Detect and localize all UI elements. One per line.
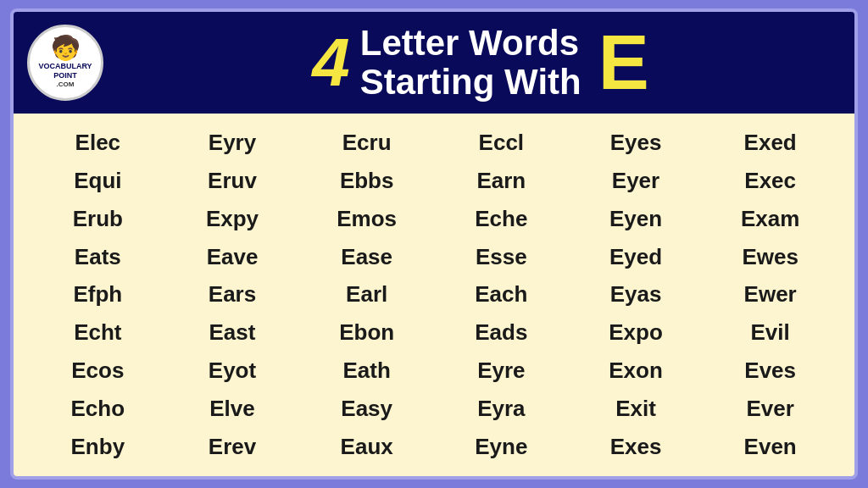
word-cell: Evil bbox=[703, 316, 837, 349]
word-cell: Erub bbox=[31, 202, 165, 236]
word-cell: Earn bbox=[434, 164, 569, 197]
word-cell: Ease bbox=[299, 241, 434, 274]
word-cell: Ewer bbox=[703, 278, 837, 311]
word-cell: Exes bbox=[569, 430, 704, 463]
word-cell: Eyas bbox=[569, 278, 704, 311]
word-cell: Each bbox=[434, 278, 569, 311]
word-cell: Easy bbox=[299, 392, 434, 425]
word-cell: Eyre bbox=[434, 354, 569, 387]
word-cell: Echo bbox=[31, 392, 165, 425]
word-cell: Exam bbox=[703, 202, 837, 236]
word-cell: Ebbs bbox=[299, 164, 434, 197]
word-cell: Ewes bbox=[703, 241, 837, 274]
word-cell: Eves bbox=[703, 354, 837, 387]
title-line2: Starting With bbox=[360, 63, 581, 102]
word-cell: Eyry bbox=[165, 126, 300, 159]
word-row: EnbyErevEauxEyneExesEven bbox=[31, 430, 837, 463]
word-cell: Eyed bbox=[569, 241, 704, 274]
word-cell: Eave bbox=[165, 241, 300, 274]
word-cell: Ever bbox=[703, 392, 837, 425]
word-cell: Eyne bbox=[434, 430, 569, 463]
word-cell: Eats bbox=[31, 241, 165, 274]
header-title: 4 Letter Words Starting With E bbox=[120, 24, 841, 102]
word-row: ErubExpyEmosEcheEyenExam bbox=[31, 202, 837, 236]
word-cell: Eyer bbox=[569, 164, 704, 197]
word-cell: Enby bbox=[31, 430, 165, 463]
word-row: ElecEyryEcruEcclEyesExed bbox=[31, 126, 837, 159]
word-cell: Efph bbox=[31, 278, 165, 311]
word-grid: ElecEyryEcruEcclEyesExedEquiEruvEbbsEarn… bbox=[14, 114, 854, 476]
word-cell: Elec bbox=[31, 126, 165, 159]
word-cell: East bbox=[165, 316, 300, 349]
word-cell: Expy bbox=[165, 202, 300, 236]
word-cell: Eyen bbox=[569, 202, 704, 236]
word-cell: Ears bbox=[165, 278, 300, 311]
word-cell: Even bbox=[703, 430, 837, 463]
word-row: EcosEyotEathEyreExonEves bbox=[31, 354, 837, 387]
word-cell: Eyot bbox=[165, 354, 300, 387]
number-four: 4 bbox=[312, 29, 350, 97]
word-cell: Eruv bbox=[165, 164, 300, 197]
word-row: EfphEarsEarlEachEyasEwer bbox=[31, 278, 837, 311]
header: 🧒 VOCABULARY POINT .COM 4 Letter Words S… bbox=[14, 12, 854, 114]
word-cell: Eaux bbox=[299, 430, 434, 463]
title-line1: Letter Words bbox=[360, 24, 581, 63]
word-cell: Ecru bbox=[299, 126, 434, 159]
word-cell: Eads bbox=[434, 316, 569, 349]
word-cell: Exon bbox=[569, 354, 704, 387]
word-cell: Ecos bbox=[31, 354, 165, 387]
word-row: EquiEruvEbbsEarnEyerExec bbox=[31, 164, 837, 197]
letter-e: E bbox=[598, 25, 649, 101]
word-cell: Exed bbox=[703, 126, 837, 159]
logo-icon: 🧒 bbox=[51, 36, 81, 60]
logo-text: VOCABULARY POINT .COM bbox=[38, 62, 92, 88]
word-cell: Elve bbox=[165, 392, 300, 425]
word-row: EatsEaveEaseEsseEyedEwes bbox=[31, 241, 837, 274]
word-cell: Eche bbox=[434, 202, 569, 236]
word-cell: Erev bbox=[165, 430, 300, 463]
word-cell: Eyra bbox=[434, 392, 569, 425]
word-cell: Eyes bbox=[569, 126, 704, 159]
logo: 🧒 VOCABULARY POINT .COM bbox=[27, 25, 103, 101]
word-cell: Earl bbox=[299, 278, 434, 311]
word-cell: Exec bbox=[703, 164, 837, 197]
word-cell: Ebon bbox=[299, 316, 434, 349]
word-cell: Eccl bbox=[434, 126, 569, 159]
main-container: 🧒 VOCABULARY POINT .COM 4 Letter Words S… bbox=[10, 8, 858, 480]
word-cell: Echt bbox=[31, 316, 165, 349]
word-row: EchtEastEbonEadsExpoEvil bbox=[31, 316, 837, 349]
word-cell: Esse bbox=[434, 241, 569, 274]
word-cell: Exit bbox=[569, 392, 704, 425]
word-cell: Expo bbox=[569, 316, 704, 349]
word-row: EchoElveEasyEyraExitEver bbox=[31, 392, 837, 425]
word-cell: Emos bbox=[299, 202, 434, 236]
title-text: Letter Words Starting With bbox=[360, 24, 581, 102]
word-cell: Equi bbox=[31, 164, 165, 197]
word-cell: Eath bbox=[299, 354, 434, 387]
